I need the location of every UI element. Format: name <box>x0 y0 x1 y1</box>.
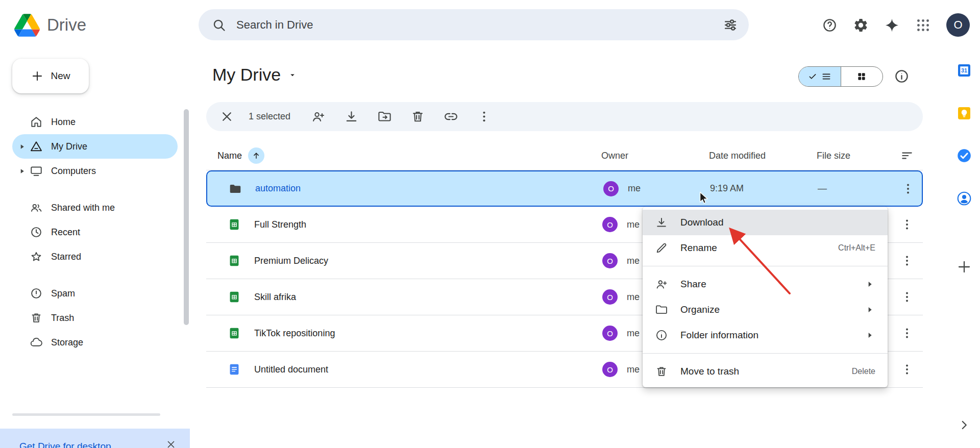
sidebar-scrollbar[interactable] <box>184 109 189 325</box>
file-size: — <box>818 183 892 194</box>
add-addon-plus-icon[interactable] <box>956 259 972 275</box>
keep-icon[interactable] <box>956 105 972 121</box>
selected-count: 1 selected <box>249 111 290 122</box>
rename-icon <box>655 241 668 255</box>
search-options-tune-icon[interactable] <box>723 18 738 32</box>
menu-item-download[interactable]: Download <box>643 210 888 235</box>
sidebar-item-my-drive[interactable]: My Drive <box>12 134 178 159</box>
menu-item-label: Share <box>680 279 706 290</box>
new-button-label: New <box>51 70 70 82</box>
submenu-arrow-icon <box>864 304 875 315</box>
submenu-arrow-icon <box>864 279 875 290</box>
sheets-icon <box>228 218 241 231</box>
menu-item-label: Move to trash <box>680 366 739 377</box>
plus-icon <box>31 69 44 83</box>
trash-icon <box>30 311 43 325</box>
promo-close-icon[interactable] <box>165 439 177 448</box>
more-vert-icon[interactable] <box>900 290 914 304</box>
menu-item-rename[interactable]: RenameCtrl+Alt+E <box>643 235 888 261</box>
sidebar-item-starred[interactable]: Starred <box>12 244 178 269</box>
column-header-name[interactable]: Name <box>217 151 242 161</box>
side-panel-rail: 31 <box>948 50 980 448</box>
share-person-add-icon[interactable] <box>311 109 326 124</box>
docs-icon <box>228 363 241 376</box>
help-icon[interactable] <box>822 17 838 33</box>
details-info-icon[interactable] <box>894 68 910 84</box>
sidebar-item-label: My Drive <box>51 141 87 152</box>
owner-avatar: O <box>602 326 618 341</box>
sort-options-icon[interactable] <box>900 149 914 162</box>
sidebar-item-storage[interactable]: Storage <box>12 330 178 355</box>
column-header-modified[interactable]: Date modified <box>709 151 817 161</box>
sidebar-item-shared-with-me[interactable]: Shared with me <box>12 195 178 220</box>
tasks-icon[interactable] <box>956 147 972 164</box>
file-row-automation[interactable]: automationOme9:19 AM— <box>206 170 923 207</box>
menu-shortcut: Ctrl+Alt+E <box>838 243 875 253</box>
column-header-owner[interactable]: Owner <box>601 151 709 161</box>
list-view-icon <box>821 71 831 82</box>
new-button[interactable]: New <box>12 59 89 93</box>
owner-name: me <box>628 183 641 194</box>
sheets-icon <box>228 254 241 267</box>
contacts-icon[interactable] <box>956 190 972 207</box>
home-icon <box>30 115 43 129</box>
sort-ascending-icon[interactable] <box>248 147 264 164</box>
expand-caret-icon[interactable] <box>15 168 29 174</box>
drive-logo-icon <box>14 14 40 37</box>
copy-link-icon[interactable] <box>444 109 458 124</box>
settings-gear-icon[interactable] <box>853 17 869 33</box>
download-icon[interactable] <box>344 109 359 124</box>
clear-selection-icon[interactable] <box>219 109 234 124</box>
menu-shortcut: Delete <box>852 367 875 376</box>
owner-avatar: O <box>602 217 618 232</box>
column-header-size[interactable]: File size <box>817 151 891 161</box>
menu-item-organize[interactable]: Organize <box>643 297 888 322</box>
move-to-folder-icon[interactable] <box>377 109 392 124</box>
my-drive-title-dropdown[interactable]: My Drive <box>212 65 297 85</box>
account-avatar[interactable]: O <box>946 13 970 37</box>
trash-icon <box>655 365 668 378</box>
sidebar-item-computers[interactable]: Computers <box>12 159 178 183</box>
sheets-icon <box>228 327 241 340</box>
more-vert-icon[interactable] <box>900 362 914 377</box>
drive-desktop-promo: Get Drive for desktop Download <box>0 429 190 448</box>
shared-icon <box>30 201 43 214</box>
file-table-header: Name Owner Date modified File size <box>206 141 923 170</box>
starred-icon <box>30 250 43 263</box>
google-apps-grid-icon[interactable] <box>915 17 931 33</box>
drive-brand[interactable]: Drive <box>14 0 86 50</box>
menu-item-label: Organize <box>680 304 720 315</box>
file-name: Full Strength <box>254 219 306 230</box>
sidebar-item-trash[interactable]: Trash <box>12 306 178 330</box>
sheets-icon <box>228 290 241 304</box>
recent-icon <box>30 226 43 239</box>
sidebar-item-recent[interactable]: Recent <box>12 220 178 244</box>
menu-item-move-to-trash[interactable]: Move to trashDelete <box>643 359 888 384</box>
calendar-icon[interactable]: 31 <box>956 62 972 79</box>
sidebar-item-home[interactable]: Home <box>12 110 178 134</box>
search-icon[interactable] <box>212 18 226 32</box>
more-vert-icon[interactable] <box>900 217 914 232</box>
expand-caret-icon[interactable] <box>15 144 29 150</box>
list-view-button[interactable] <box>799 67 841 86</box>
search-bar[interactable] <box>199 9 749 40</box>
more-vert-icon[interactable] <box>900 326 914 340</box>
trash-icon[interactable] <box>410 109 425 124</box>
submenu-arrow-icon <box>864 330 875 341</box>
more-vert-icon[interactable] <box>900 254 914 268</box>
show-side-panel-chevron-icon[interactable] <box>958 418 971 432</box>
file-name: Skill afrika <box>254 292 296 303</box>
search-input[interactable] <box>236 9 723 40</box>
more-vert-icon[interactable] <box>901 182 915 196</box>
owner-avatar: O <box>603 181 619 196</box>
grid-view-button[interactable] <box>841 67 883 86</box>
my-drive-icon <box>30 140 43 153</box>
gemini-spark-icon[interactable] <box>884 17 900 33</box>
toolbar-more-icon[interactable] <box>477 109 492 124</box>
sidebar-item-spam[interactable]: Spam <box>12 281 178 306</box>
owner-avatar: O <box>602 253 618 268</box>
info-icon <box>655 329 668 342</box>
menu-item-share[interactable]: Share <box>643 271 888 297</box>
menu-item-folder-information[interactable]: Folder information <box>643 322 888 348</box>
selection-toolbar: 1 selected <box>206 102 923 131</box>
